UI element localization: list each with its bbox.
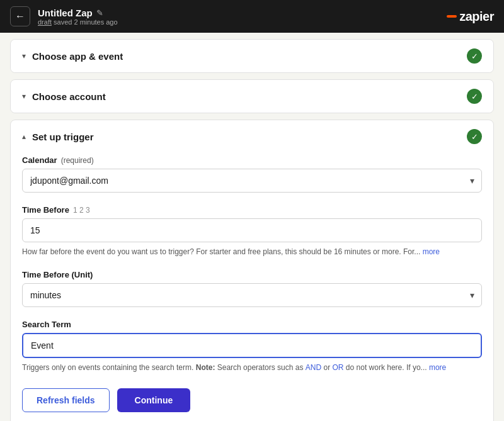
choose-account-header[interactable]: ▾ Choose account ✓	[11, 80, 493, 113]
calendar-field-group: Calendar (required) jdupont@gmail.com ▾	[22, 155, 482, 193]
search-hint-pre: Triggers only on events containing the s…	[22, 363, 193, 372]
saved-text: saved 2 minutes ago	[54, 18, 118, 26]
zapier-wordmark: zapier	[459, 9, 494, 24]
zap-title-group: Untitled Zap ✎ draft saved 2 minutes ago	[38, 8, 118, 26]
time-unit-field-group: Time Before (Unit) minutes ▾	[22, 270, 482, 307]
time-unit-select[interactable]: minutes	[22, 283, 482, 307]
continue-button[interactable]: Continue	[117, 388, 191, 412]
edit-zap-icon[interactable]: ✎	[96, 8, 103, 18]
setup-trigger-header[interactable]: ▴ Set up trigger ✓	[11, 120, 493, 153]
time-unit-select-wrapper: minutes ▾	[22, 283, 482, 307]
zapier-logo: zapier	[447, 9, 494, 24]
refresh-fields-button[interactable]: Refresh fields	[22, 388, 110, 412]
search-term-hint: Triggers only on events containing the s…	[22, 362, 482, 373]
choose-account-chevron: ▾	[22, 92, 26, 101]
zapier-dash	[447, 15, 457, 18]
search-term-label: Search Term	[22, 320, 482, 329]
search-hint-note: Note:	[196, 363, 215, 372]
calendar-select[interactable]: jdupont@gmail.com	[22, 169, 482, 193]
time-before-numbers: 1 2 3	[73, 206, 90, 215]
setup-trigger-check: ✓	[467, 129, 482, 144]
time-before-field-group: Time Before 1 2 3 How far before the eve…	[22, 205, 482, 257]
choose-app-section: ▾ Choose app & event ✓	[10, 39, 494, 73]
search-hint-post: do not work here. If yo...	[346, 363, 427, 372]
setup-trigger-chevron: ▴	[22, 132, 26, 141]
time-before-input[interactable]	[22, 218, 482, 242]
time-before-hint: How far before the event do you want us …	[22, 246, 482, 257]
calendar-select-wrapper: jdupont@gmail.com ▾	[22, 169, 482, 193]
choose-account-title: Choose account	[32, 91, 106, 102]
choose-app-title: Choose app & event	[32, 51, 123, 62]
main-content: ▾ Choose app & event ✓ ▾ Choose account …	[0, 39, 504, 421]
trigger-body: Calendar (required) jdupont@gmail.com ▾ …	[11, 153, 493, 421]
setup-trigger-title: Set up trigger	[32, 132, 94, 142]
back-button[interactable]: ←	[10, 6, 30, 26]
back-icon: ←	[15, 11, 25, 22]
search-hint-or-link[interactable]: OR	[333, 363, 344, 372]
choose-account-check: ✓	[467, 89, 482, 104]
zap-name: Untitled Zap	[38, 8, 93, 18]
time-unit-label: Time Before (Unit)	[22, 270, 482, 279]
search-term-input[interactable]	[22, 333, 482, 358]
choose-account-section: ▾ Choose account ✓	[10, 79, 494, 113]
calendar-label: Calendar (required)	[22, 155, 482, 165]
search-hint-mid: Search operators such as	[217, 363, 306, 372]
choose-app-header[interactable]: ▾ Choose app & event ✓	[11, 40, 493, 72]
setup-trigger-section: ▴ Set up trigger ✓ Calendar (required) j…	[10, 120, 494, 421]
draft-label: draft	[38, 18, 52, 26]
search-term-field-group: Search Term Triggers only on events cont…	[22, 320, 482, 373]
form-buttons: Refresh fields Continue	[22, 388, 482, 412]
time-before-more-link[interactable]: more	[423, 247, 440, 256]
search-hint-or-sep: or	[324, 363, 333, 372]
search-hint-and-link[interactable]: AND	[306, 363, 321, 372]
navbar: ← Untitled Zap ✎ draft saved 2 minutes a…	[0, 0, 504, 33]
draft-status: draft saved 2 minutes ago	[38, 18, 118, 26]
search-hint-more-link[interactable]: more	[429, 363, 446, 372]
choose-app-check: ✓	[467, 48, 482, 64]
calendar-required: (required)	[61, 156, 94, 165]
choose-app-chevron: ▾	[22, 52, 26, 60]
time-before-label: Time Before 1 2 3	[22, 205, 482, 215]
